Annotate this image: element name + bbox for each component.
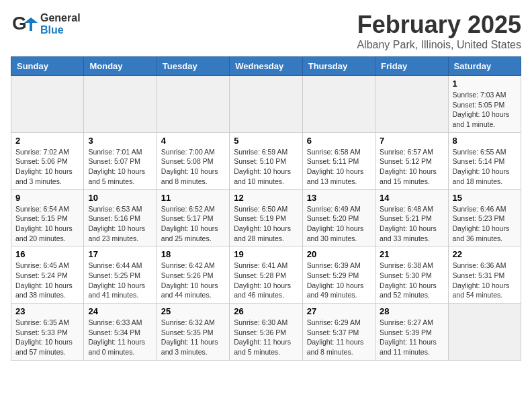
day-cell: 15Sunrise: 6:46 AM Sunset: 5:23 PM Dayli… <box>448 189 521 246</box>
day-info: Sunrise: 6:42 AM Sunset: 5:26 PM Dayligh… <box>161 261 225 300</box>
day-info: Sunrise: 6:46 AM Sunset: 5:23 PM Dayligh… <box>453 204 517 244</box>
day-cell: 10Sunrise: 6:53 AM Sunset: 5:16 PM Dayli… <box>84 189 157 246</box>
day-cell: 20Sunrise: 6:39 AM Sunset: 5:29 PM Dayli… <box>302 246 375 304</box>
day-info: Sunrise: 6:53 AM Sunset: 5:16 PM Dayligh… <box>88 204 152 244</box>
day-info: Sunrise: 6:54 AM Sunset: 5:15 PM Dayligh… <box>15 204 79 244</box>
day-number: 22 <box>453 249 517 259</box>
day-number: 20 <box>307 249 371 259</box>
day-cell: 5Sunrise: 6:59 AM Sunset: 5:10 PM Daylig… <box>230 132 302 189</box>
day-cell: 18Sunrise: 6:42 AM Sunset: 5:26 PM Dayli… <box>157 246 229 304</box>
day-info: Sunrise: 6:41 AM Sunset: 5:28 PM Dayligh… <box>234 261 298 300</box>
header: G General Blue February 2025 Albany Park… <box>11 11 521 51</box>
day-info: Sunrise: 7:02 AM Sunset: 5:06 PM Dayligh… <box>15 147 79 187</box>
day-cell: 21Sunrise: 6:38 AM Sunset: 5:30 PM Dayli… <box>375 246 448 304</box>
calendar-table: SundayMondayTuesdayWednesdayThursdayFrid… <box>11 56 521 361</box>
day-number: 27 <box>307 306 371 316</box>
day-info: Sunrise: 7:00 AM Sunset: 5:08 PM Dayligh… <box>161 147 225 187</box>
day-cell: 19Sunrise: 6:41 AM Sunset: 5:28 PM Dayli… <box>230 246 302 304</box>
day-info: Sunrise: 6:32 AM Sunset: 5:35 PM Dayligh… <box>161 318 225 357</box>
day-info: Sunrise: 6:39 AM Sunset: 5:29 PM Dayligh… <box>307 261 371 300</box>
day-number: 8 <box>453 136 517 146</box>
day-cell: 7Sunrise: 6:57 AM Sunset: 5:12 PM Daylig… <box>375 132 448 189</box>
week-row-2: 2Sunrise: 7:02 AM Sunset: 5:06 PM Daylig… <box>11 132 521 189</box>
day-number: 14 <box>380 193 443 203</box>
day-cell: 25Sunrise: 6:32 AM Sunset: 5:35 PM Dayli… <box>157 304 229 361</box>
day-number: 13 <box>307 193 371 203</box>
svg-text:G: G <box>12 13 27 34</box>
weekday-header-sunday: Sunday <box>11 57 84 76</box>
weekday-header-tuesday: Tuesday <box>157 57 229 76</box>
day-cell: 14Sunrise: 6:48 AM Sunset: 5:21 PM Dayli… <box>375 189 448 246</box>
weekday-header-wednesday: Wednesday <box>230 57 302 76</box>
day-cell <box>302 76 375 133</box>
day-cell <box>11 76 84 133</box>
day-cell: 1Sunrise: 7:03 AM Sunset: 5:05 PM Daylig… <box>448 76 521 133</box>
day-number: 10 <box>88 193 152 203</box>
day-cell: 16Sunrise: 6:45 AM Sunset: 5:24 PM Dayli… <box>11 246 84 304</box>
day-cell: 2Sunrise: 7:02 AM Sunset: 5:06 PM Daylig… <box>11 132 84 189</box>
day-cell: 23Sunrise: 6:35 AM Sunset: 5:33 PM Dayli… <box>11 304 84 361</box>
weekday-header-row: SundayMondayTuesdayWednesdayThursdayFrid… <box>11 57 521 76</box>
week-row-1: 1Sunrise: 7:03 AM Sunset: 5:05 PM Daylig… <box>11 76 521 133</box>
day-number: 3 <box>88 136 152 146</box>
day-number: 21 <box>380 249 443 259</box>
day-info: Sunrise: 6:36 AM Sunset: 5:31 PM Dayligh… <box>453 261 517 300</box>
day-info: Sunrise: 6:33 AM Sunset: 5:34 PM Dayligh… <box>88 318 152 357</box>
day-number: 24 <box>88 306 152 316</box>
day-info: Sunrise: 6:49 AM Sunset: 5:20 PM Dayligh… <box>307 204 371 244</box>
day-number: 15 <box>453 193 517 203</box>
day-cell: 13Sunrise: 6:49 AM Sunset: 5:20 PM Dayli… <box>302 189 375 246</box>
location-title: Albany Park, Illinois, United States <box>357 39 521 51</box>
day-number: 4 <box>161 136 225 146</box>
month-title: February 2025 <box>357 11 521 39</box>
day-number: 6 <box>307 136 371 146</box>
day-cell: 3Sunrise: 7:01 AM Sunset: 5:07 PM Daylig… <box>84 132 157 189</box>
weekday-header-monday: Monday <box>84 57 157 76</box>
week-row-5: 23Sunrise: 6:35 AM Sunset: 5:33 PM Dayli… <box>11 304 521 361</box>
logo: G General Blue <box>11 11 81 38</box>
day-number: 26 <box>234 306 298 316</box>
day-number: 2 <box>15 136 79 146</box>
day-cell: 17Sunrise: 6:44 AM Sunset: 5:25 PM Dayli… <box>84 246 157 304</box>
day-info: Sunrise: 7:01 AM Sunset: 5:07 PM Dayligh… <box>88 147 152 187</box>
day-cell: 28Sunrise: 6:27 AM Sunset: 5:39 PM Dayli… <box>375 304 448 361</box>
weekday-header-thursday: Thursday <box>302 57 375 76</box>
week-row-4: 16Sunrise: 6:45 AM Sunset: 5:24 PM Dayli… <box>11 246 521 304</box>
logo-icon: G <box>11 11 38 38</box>
day-cell: 4Sunrise: 7:00 AM Sunset: 5:08 PM Daylig… <box>157 132 229 189</box>
day-cell: 8Sunrise: 6:55 AM Sunset: 5:14 PM Daylig… <box>448 132 521 189</box>
day-info: Sunrise: 6:44 AM Sunset: 5:25 PM Dayligh… <box>88 261 152 300</box>
weekday-header-saturday: Saturday <box>448 57 521 76</box>
day-cell <box>230 76 302 133</box>
day-cell: 11Sunrise: 6:52 AM Sunset: 5:17 PM Dayli… <box>157 189 229 246</box>
day-number: 18 <box>161 249 225 259</box>
day-info: Sunrise: 7:03 AM Sunset: 5:05 PM Dayligh… <box>453 90 517 130</box>
day-number: 5 <box>234 136 298 146</box>
day-number: 17 <box>88 249 152 259</box>
day-cell: 27Sunrise: 6:29 AM Sunset: 5:37 PM Dayli… <box>302 304 375 361</box>
day-cell <box>448 304 521 361</box>
logo-general-text: General <box>40 12 81 24</box>
day-info: Sunrise: 6:57 AM Sunset: 5:12 PM Dayligh… <box>380 147 443 187</box>
day-number: 9 <box>15 193 79 203</box>
day-info: Sunrise: 6:29 AM Sunset: 5:37 PM Dayligh… <box>307 318 371 357</box>
day-cell: 12Sunrise: 6:50 AM Sunset: 5:19 PM Dayli… <box>230 189 302 246</box>
day-number: 23 <box>15 306 79 316</box>
day-cell: 26Sunrise: 6:30 AM Sunset: 5:36 PM Dayli… <box>230 304 302 361</box>
week-row-3: 9Sunrise: 6:54 AM Sunset: 5:15 PM Daylig… <box>11 189 521 246</box>
day-number: 16 <box>15 249 79 259</box>
day-number: 7 <box>380 136 443 146</box>
day-info: Sunrise: 6:30 AM Sunset: 5:36 PM Dayligh… <box>234 318 298 357</box>
day-info: Sunrise: 6:48 AM Sunset: 5:21 PM Dayligh… <box>380 204 443 244</box>
day-info: Sunrise: 6:52 AM Sunset: 5:17 PM Dayligh… <box>161 204 225 244</box>
title-area: February 2025 Albany Park, Illinois, Uni… <box>357 11 521 51</box>
day-cell <box>375 76 448 133</box>
day-number: 12 <box>234 193 298 203</box>
day-cell: 6Sunrise: 6:58 AM Sunset: 5:11 PM Daylig… <box>302 132 375 189</box>
day-info: Sunrise: 6:45 AM Sunset: 5:24 PM Dayligh… <box>15 261 79 300</box>
day-cell: 22Sunrise: 6:36 AM Sunset: 5:31 PM Dayli… <box>448 246 521 304</box>
day-number: 19 <box>234 249 298 259</box>
day-info: Sunrise: 6:59 AM Sunset: 5:10 PM Dayligh… <box>234 147 298 187</box>
day-number: 25 <box>161 306 225 316</box>
weekday-header-friday: Friday <box>375 57 448 76</box>
